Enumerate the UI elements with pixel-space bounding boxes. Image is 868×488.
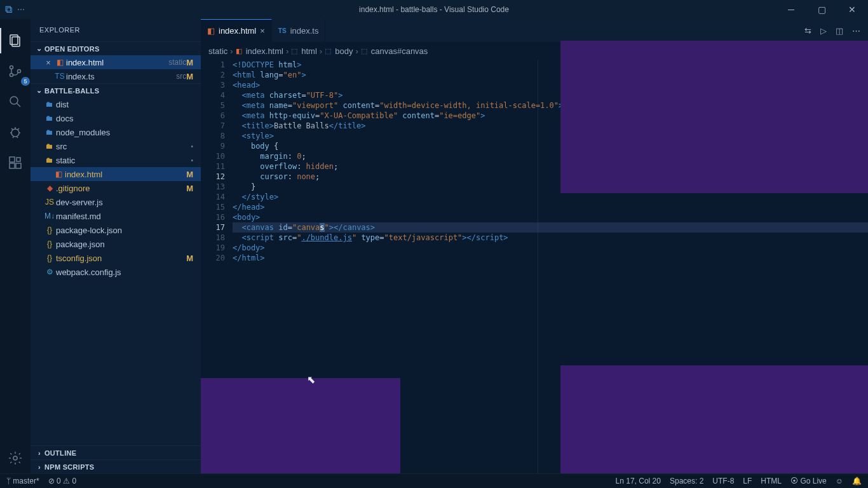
window-title: index.html - battle-balls - Visual Studi… — [359, 5, 509, 14]
chevron-down-icon: ⌄ — [34, 86, 44, 95]
folder-item[interactable]: 🖿static• — [31, 153, 201, 167]
editor-tabs: ◧ index.html × TS index.ts ⇆ ▷ ◫ ⋯ — [201, 19, 868, 42]
scm-count-badge: 5 — [21, 77, 30, 86]
sidebar-title: EXPLORER — [31, 19, 201, 41]
folder-item[interactable]: 🖿node_modules — [31, 125, 201, 139]
md-file-icon: M↓ — [43, 212, 56, 220]
broadcast-icon: ⦿ — [790, 477, 800, 485]
section-open-editors[interactable]: ⌄ OPEN EDITORS — [31, 41, 201, 55]
eol-item[interactable]: LF — [743, 477, 752, 485]
element-icon: ⬚ — [325, 47, 331, 55]
activity-settings-icon[interactable] — [0, 443, 31, 473]
tab-index-ts[interactable]: TS index.ts — [272, 19, 326, 42]
activity-search-icon[interactable] — [0, 86, 31, 117]
open-editor-item[interactable]: × ◧ index.html static M — [31, 55, 201, 69]
config-file-icon: ⚙ — [43, 268, 56, 276]
open-editor-item[interactable]: TS index.ts src M — [31, 69, 201, 83]
cursor-position-item[interactable]: Ln 17, Col 20 — [616, 477, 661, 485]
file-item-active[interactable]: ◧index.htmlM — [31, 167, 201, 181]
mouse-cursor: ⬉ — [307, 374, 315, 386]
svg-point-5 — [10, 97, 18, 104]
element-icon: ⬚ — [361, 47, 367, 55]
status-bar: ᛘ master* ⊘ 0 ⚠ 0 Ln 17, Col 20 Spaces: … — [0, 473, 868, 488]
minimize-button[interactable]: ─ — [782, 4, 801, 15]
overlay-panel — [201, 378, 400, 473]
section-npm-scripts[interactable]: ›NPM SCRIPTS — [31, 459, 201, 473]
split-editor-icon[interactable]: ◫ — [836, 26, 843, 36]
overlay-panel — [560, 41, 868, 193]
svg-point-4 — [18, 70, 21, 73]
tab-index-html[interactable]: ◧ index.html × — [201, 19, 272, 42]
maximize-button[interactable]: ▢ — [812, 4, 831, 15]
activity-bar: 5 — [0, 19, 31, 473]
more-icon[interactable]: ⋯ — [852, 26, 860, 36]
activity-scm-icon[interactable]: 5 — [0, 56, 31, 86]
file-item[interactable]: M↓manifest.md — [31, 209, 201, 223]
folder-icon: 🖿 — [43, 142, 56, 151]
compare-changes-icon[interactable]: ⇆ — [804, 26, 811, 36]
indentation-item[interactable]: Spaces: 2 — [670, 477, 703, 485]
file-item[interactable]: {}package-lock.json — [31, 223, 201, 237]
activity-extensions-icon[interactable] — [0, 147, 31, 178]
file-item[interactable]: {}tsconfig.jsonM — [31, 251, 201, 265]
activity-debug-icon[interactable] — [0, 117, 31, 147]
chevron-right-icon: › — [34, 449, 44, 457]
folder-item[interactable]: 🖿dist — [31, 97, 201, 111]
close-icon[interactable]: × — [260, 26, 265, 36]
svg-rect-7 — [10, 157, 15, 162]
section-project[interactable]: ⌄ BATTLE-BALLS — [31, 83, 201, 97]
file-item[interactable]: {}package.json — [31, 237, 201, 251]
html-file-icon: ◧ — [236, 47, 242, 55]
git-branch-item[interactable]: ᛘ master* — [6, 477, 39, 485]
language-mode-item[interactable]: HTML — [761, 477, 782, 485]
section-outline[interactable]: ›OUTLINE — [31, 445, 201, 459]
svg-point-3 — [10, 74, 13, 77]
json-file-icon: {} — [43, 240, 56, 248]
close-button[interactable]: ✕ — [843, 4, 862, 15]
chevron-down-icon: ⌄ — [34, 44, 44, 53]
html-file-icon: ◧ — [52, 170, 65, 179]
svg-point-2 — [10, 66, 13, 69]
explorer-sidebar: EXPLORER ⌄ OPEN EDITORS × ◧ index.html s… — [31, 19, 201, 473]
ts-file-icon: TS — [278, 27, 287, 34]
folder-item[interactable]: 🖿docs — [31, 111, 201, 125]
html-file-icon: ◧ — [207, 26, 215, 36]
element-icon: ⬚ — [291, 47, 297, 55]
file-item[interactable]: JSdev-server.js — [31, 195, 201, 209]
json-file-icon: {} — [43, 254, 56, 262]
svg-point-6 — [11, 129, 19, 137]
svg-point-11 — [13, 456, 17, 460]
svg-rect-10 — [17, 158, 20, 161]
folder-icon: 🖿 — [43, 128, 56, 137]
ts-file-icon: TS — [53, 72, 66, 81]
folder-item[interactable]: 🖿src• — [31, 139, 201, 153]
js-file-icon: JS — [43, 198, 56, 207]
folder-icon: 🖿 — [43, 156, 56, 165]
run-icon[interactable]: ▷ — [820, 26, 827, 36]
encoding-item[interactable]: UTF-8 — [712, 477, 734, 485]
branch-icon: ᛘ — [6, 477, 13, 485]
close-icon[interactable]: × — [43, 58, 53, 67]
notifications-icon[interactable]: 🔔 — [852, 477, 862, 485]
feedback-icon[interactable]: ☺ — [836, 477, 843, 485]
menu-file[interactable]: ⋯ — [17, 5, 25, 14]
svg-rect-8 — [10, 163, 15, 168]
file-item[interactable]: ⚙webpack.config.js — [31, 265, 201, 279]
file-item[interactable]: ◆.gitignoreM — [31, 181, 201, 195]
activity-explorer-icon[interactable] — [0, 25, 31, 56]
chevron-right-icon: › — [34, 463, 44, 471]
svg-rect-9 — [16, 163, 21, 168]
html-file-icon: ◧ — [53, 58, 66, 67]
problems-item[interactable]: ⊘ 0 ⚠ 0 — [48, 477, 76, 485]
overlay-panel — [560, 365, 868, 473]
json-file-icon: {} — [43, 226, 56, 234]
warning-icon: ⚠ — [63, 477, 72, 485]
folder-icon: 🖿 — [43, 100, 56, 109]
folder-icon: 🖿 — [43, 114, 56, 123]
title-bar: ⧉ ⋯ index.html - battle-balls - Visual S… — [0, 0, 868, 19]
go-live-item[interactable]: ⦿ Go Live — [790, 477, 827, 485]
vscode-logo-icon: ⧉ — [5, 4, 12, 15]
error-icon: ⊘ — [48, 477, 57, 485]
gitignore-file-icon: ◆ — [43, 184, 56, 193]
